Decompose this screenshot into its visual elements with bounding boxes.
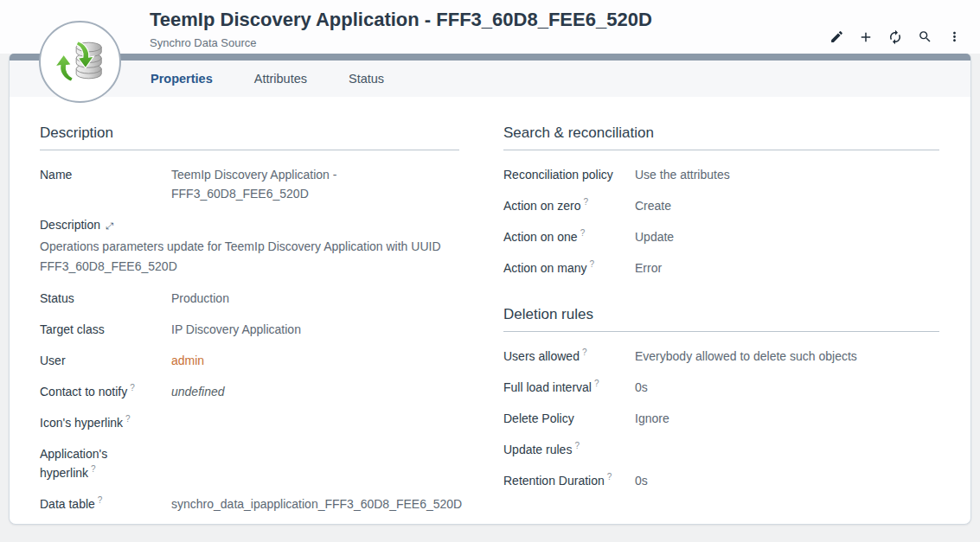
more-menu-button[interactable] <box>945 29 963 47</box>
field-value: Production <box>171 289 459 308</box>
field-value: Use the attributes <box>635 165 939 184</box>
field-label: Application's hyperlink? <box>40 444 171 482</box>
add-button[interactable] <box>857 29 874 47</box>
field-value: synchro_data_ipapplication_FFF3_60D8_FEE… <box>171 494 462 513</box>
sync-database-icon <box>54 34 107 91</box>
tab-attributes[interactable]: Attributes <box>254 61 307 97</box>
field-contact-to-notify: Contact to notify? undefined <box>40 382 459 401</box>
field-user: User admin <box>40 351 459 370</box>
field-value: Create <box>635 196 939 215</box>
field-full-load-interval: Full load interval? 0s <box>503 378 939 397</box>
field-name: Name TeemIp Discovery Application - FFF3… <box>40 165 459 203</box>
field-action-on-zero: Action on zero? Create <box>503 196 939 215</box>
field-label: User <box>40 351 171 370</box>
section-description: Description Name TeemIp Discovery Applic… <box>40 124 459 513</box>
field-label: Delete Policy <box>503 409 635 428</box>
search-button[interactable] <box>916 29 933 47</box>
page-title: TeemIp Discovery Application - FFF3_60D8… <box>150 9 652 31</box>
section-title-description: Description <box>40 124 459 150</box>
help-hint-icon[interactable]: ? <box>582 348 587 357</box>
field-retention-duration: Retention Duration? 0s <box>503 471 939 490</box>
field-label: Name <box>40 165 171 203</box>
object-details-panel: Properties Attributes Status Description… <box>9 54 971 525</box>
help-hint-icon[interactable]: ? <box>125 414 131 424</box>
field-value: 0s <box>635 378 939 397</box>
section-deletion-rules: Deletion rules Users allowed? Everybody … <box>503 306 939 490</box>
field-value: TeemIp Discovery Application - FFF3_60D8… <box>171 165 360 203</box>
section-title-deletion-rules: Deletion rules <box>503 306 939 332</box>
help-hint-icon[interactable]: ? <box>580 228 586 238</box>
field-label: Update rules? <box>503 440 635 459</box>
kebab-menu-icon <box>947 29 962 47</box>
field-status: Status Production <box>40 289 459 308</box>
field-label: Contact to notify? <box>40 382 171 401</box>
refresh-icon <box>887 29 903 48</box>
field-value: 0s <box>635 471 939 490</box>
field-update-rules: Update rules? <box>503 440 939 459</box>
field-label: Icon's hyperlink? <box>40 413 171 432</box>
field-value: Error <box>635 258 939 277</box>
help-hint-icon[interactable]: ? <box>607 472 612 481</box>
field-label: Users allowed? <box>503 347 635 366</box>
magnifier-icon <box>918 29 932 47</box>
field-label: Retention Duration? <box>503 471 635 490</box>
help-hint-icon[interactable]: ? <box>594 379 599 388</box>
tab-strip: Properties Attributes Status <box>10 61 970 97</box>
field-label: Action on one? <box>503 227 635 246</box>
help-hint-icon[interactable]: ? <box>590 259 595 269</box>
field-value <box>171 413 459 432</box>
field-action-on-one: Action on one? Update <box>503 227 939 246</box>
tab-properties[interactable]: Properties <box>151 61 213 97</box>
edit-button[interactable] <box>828 29 845 47</box>
field-value: Update <box>635 227 939 246</box>
field-label: Status <box>40 289 171 308</box>
expand-icon[interactable]: ⤢ <box>106 220 113 231</box>
field-value: IP Discovery Application <box>171 320 459 339</box>
field-reconciliation-policy: Reconciliation policy Use the attributes <box>503 165 939 184</box>
help-hint-icon[interactable]: ? <box>98 495 103 505</box>
field-applications-hyperlink: Application's hyperlink? <box>40 444 459 482</box>
field-value <box>635 440 939 459</box>
section-title-search-reconciliation: Search & reconciliation <box>503 124 939 150</box>
help-hint-icon[interactable]: ? <box>130 383 135 392</box>
field-label: Action on many? <box>503 258 635 277</box>
field-delete-policy: Delete Policy Ignore <box>503 409 939 428</box>
header-actions <box>828 29 963 47</box>
help-hint-icon[interactable]: ? <box>91 464 96 474</box>
field-label: Description⤢ <box>40 215 459 235</box>
field-label: Action on zero? <box>503 196 635 215</box>
field-label: Full load interval? <box>503 378 635 397</box>
pencil-icon <box>829 29 844 47</box>
field-label: Data table? <box>40 494 171 513</box>
tab-status[interactable]: Status <box>349 61 384 97</box>
panel-accent-bar <box>10 54 970 61</box>
section-search-reconciliation: Search & reconciliation Reconciliation p… <box>503 124 939 277</box>
field-label: Target class <box>40 320 171 339</box>
field-value <box>171 444 459 482</box>
plus-icon <box>858 29 874 48</box>
field-value: Ignore <box>635 409 939 428</box>
field-description: Description⤢ Operations parameters updat… <box>40 215 459 277</box>
refresh-button[interactable] <box>887 29 904 47</box>
page-subtitle: Synchro Data Source <box>150 36 257 49</box>
field-icons-hyperlink: Icon's hyperlink? <box>40 413 459 432</box>
properties-content: Description Name TeemIp Discovery Applic… <box>10 97 970 526</box>
field-label: Reconciliation policy <box>503 165 635 184</box>
field-value: Everybody allowed to delete such objects <box>635 347 939 366</box>
user-link[interactable]: admin <box>171 354 204 367</box>
field-action-on-many: Action on many? Error <box>503 258 939 277</box>
field-target-class: Target class IP Discovery Application <box>40 320 459 339</box>
field-value: Operations parameters update for TeemIp … <box>40 237 459 277</box>
field-value: undefined <box>171 382 459 401</box>
help-hint-icon[interactable]: ? <box>574 441 580 450</box>
help-hint-icon[interactable]: ? <box>584 197 589 207</box>
object-avatar <box>39 21 121 103</box>
field-data-table: Data table? synchro_data_ipapplication_F… <box>40 494 459 513</box>
field-users-allowed: Users allowed? Everybody allowed to dele… <box>503 347 939 366</box>
